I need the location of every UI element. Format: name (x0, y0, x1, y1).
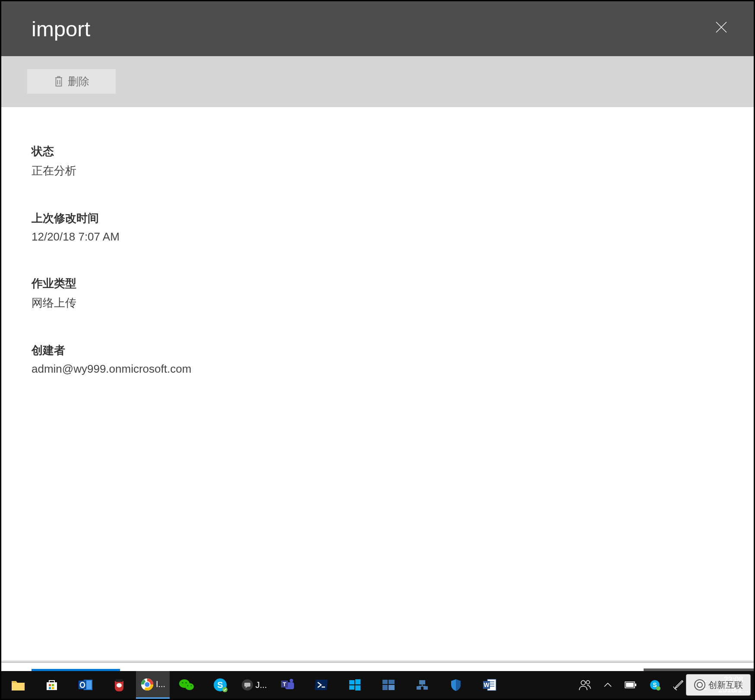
taskbar-word[interactable]: W (473, 671, 506, 699)
chat-icon (241, 678, 254, 691)
network-icon (415, 678, 430, 691)
skype-tray-icon: S (649, 679, 660, 690)
creator-label: 创建者 (32, 343, 723, 358)
taskbar-chrome[interactable]: I... (136, 671, 170, 699)
word-icon: W (482, 678, 497, 692)
svg-rect-36 (349, 685, 354, 690)
toolbar: 删除 (1, 56, 754, 107)
windows-taskbar: I... S (1, 671, 754, 699)
chrome-window-label: I... (156, 679, 165, 689)
svg-rect-6 (49, 684, 51, 686)
svg-text:W: W (483, 681, 490, 688)
svg-point-54 (581, 681, 585, 685)
tray-people[interactable] (572, 671, 597, 699)
jabber-window-label: J... (256, 680, 267, 690)
svg-rect-35 (355, 679, 360, 684)
taskbar-network[interactable] (405, 671, 439, 699)
taskbar-jabber[interactable]: J... (237, 671, 271, 699)
content-area: 状态 正在分析 上次修改时间 12/20/18 7:07 AM 作业类型 网络上… (1, 107, 754, 661)
people-icon (578, 679, 591, 690)
server-icon (381, 678, 396, 691)
battery-icon (624, 681, 637, 689)
svg-rect-14 (116, 679, 123, 682)
teams-icon: T (280, 678, 295, 692)
watermark-icon (694, 679, 706, 691)
job-type-label: 作业类型 (32, 276, 723, 291)
svg-rect-34 (349, 680, 354, 684)
svg-rect-29 (244, 683, 250, 687)
svg-rect-57 (635, 684, 636, 686)
field-job-type: 作业类型 网络上传 (32, 276, 723, 310)
cup-icon (112, 678, 126, 692)
close-icon (715, 21, 728, 34)
taskbar-wechat[interactable] (170, 671, 203, 699)
svg-rect-8 (49, 687, 51, 689)
watermark-text: 创新互联 (708, 679, 743, 691)
svg-point-24 (191, 685, 192, 687)
svg-rect-39 (389, 680, 395, 684)
last-modified-label: 上次修改时间 (32, 211, 723, 226)
svg-rect-7 (52, 684, 54, 686)
svg-rect-40 (382, 685, 388, 690)
svg-rect-44 (423, 686, 428, 690)
outlook-icon (78, 678, 93, 692)
chrome-icon (140, 678, 154, 691)
svg-point-22 (185, 682, 186, 683)
svg-rect-37 (355, 685, 360, 690)
svg-rect-9 (52, 687, 54, 689)
svg-rect-42 (419, 680, 425, 684)
field-last-modified: 上次修改时间 12/20/18 7:07 AM (32, 211, 723, 244)
skype-icon: S (213, 678, 227, 692)
taskbar-app-red[interactable] (102, 671, 136, 699)
chevron-up-icon (603, 682, 612, 687)
svg-point-55 (586, 681, 590, 684)
delete-label: 删除 (68, 74, 89, 89)
svg-text:T: T (283, 681, 286, 687)
pen-icon (673, 679, 685, 691)
watermark-badge: 创新互联 (686, 674, 751, 696)
svg-rect-41 (389, 685, 395, 690)
tray-skype[interactable]: S (643, 671, 667, 699)
field-creator: 创建者 admin@wy999.onmicrosoft.com (32, 343, 723, 376)
svg-point-20 (185, 683, 194, 690)
taskbar-skype[interactable]: S (203, 671, 237, 699)
svg-point-21 (182, 682, 183, 683)
creator-value: admin@wy999.onmicrosoft.com (32, 362, 723, 376)
wechat-icon (178, 678, 195, 692)
shield-icon (449, 678, 463, 692)
tray-battery[interactable] (618, 671, 643, 699)
taskbar-powershell[interactable] (304, 671, 338, 699)
header-bar: import (1, 1, 754, 56)
svg-text:S: S (217, 680, 223, 690)
svg-point-62 (695, 680, 705, 690)
taskbar-pinned-apps: I... S (1, 671, 506, 699)
store-icon (45, 678, 59, 692)
taskbar-microsoft-store[interactable] (35, 671, 69, 699)
taskbar-teams[interactable]: T (271, 671, 304, 699)
taskbar-security[interactable] (439, 671, 473, 699)
taskbar-file-explorer[interactable] (1, 671, 35, 699)
svg-point-23 (187, 685, 189, 687)
taskbar-windows-admin[interactable] (338, 671, 372, 699)
svg-point-61 (656, 686, 660, 690)
svg-text:S: S (653, 681, 657, 688)
status-value: 正在分析 (32, 163, 723, 178)
field-status: 状态 正在分析 (32, 144, 723, 178)
svg-point-15 (117, 683, 122, 687)
trash-icon (54, 76, 63, 87)
taskbar-outlook[interactable] (69, 671, 102, 699)
svg-rect-58 (626, 683, 634, 687)
folder-icon (11, 678, 25, 691)
windows-icon (348, 678, 362, 692)
delete-button[interactable]: 删除 (27, 69, 116, 94)
close-panel-button[interactable] (715, 20, 728, 37)
svg-rect-38 (382, 680, 388, 684)
page-title: import (32, 17, 90, 41)
job-type-value: 网络上传 (32, 295, 723, 310)
svg-rect-43 (417, 686, 421, 690)
taskbar-server-manager[interactable] (372, 671, 405, 699)
status-label: 状态 (32, 144, 723, 159)
tray-overflow[interactable] (597, 671, 618, 699)
powershell-icon (314, 679, 329, 691)
svg-point-31 (290, 679, 293, 682)
